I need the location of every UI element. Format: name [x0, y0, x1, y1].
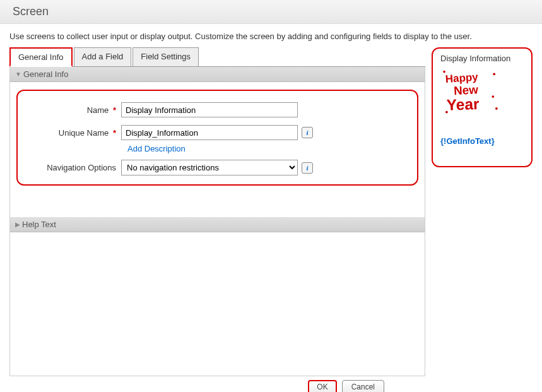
ok-button[interactable]: OK: [308, 380, 336, 392]
nav-options-select[interactable]: No navigation restrictions: [121, 160, 298, 175]
nav-options-label: Navigation Options: [27, 163, 121, 172]
preview-title: Display Information: [440, 54, 524, 63]
help-text-section: ▶ Help Text: [10, 217, 425, 232]
svg-point-7: [495, 107, 498, 110]
name-input[interactable]: [121, 102, 298, 117]
general-info-field-group: Name * Unique Name * i Add Description: [16, 90, 418, 186]
name-label: Name *: [27, 105, 121, 115]
name-field-row: Name *: [27, 102, 408, 117]
cancel-button[interactable]: Cancel: [342, 380, 384, 392]
page-header: Screen: [0, 0, 542, 24]
preview-placeholder-text: {!GetInfoText}: [440, 136, 524, 146]
section-general-info-label: General Info: [23, 69, 69, 79]
unique-name-input[interactable]: [121, 125, 298, 140]
tab-add-a-field[interactable]: Add a Field: [74, 47, 132, 66]
preview-image: Happy New Year: [440, 67, 500, 117]
section-help-text-label: Help Text: [22, 220, 56, 229]
required-icon: *: [113, 128, 116, 138]
required-icon: *: [113, 105, 116, 115]
main-area: General Info Add a Field Field Settings …: [0, 47, 542, 376]
section-help-text-header[interactable]: ▶ Help Text: [10, 217, 425, 232]
left-panel: General Info Add a Field Field Settings …: [9, 47, 425, 376]
info-icon[interactable]: i: [302, 127, 313, 138]
page-title: Screen: [13, 5, 529, 18]
page-description: Use screens to collect user input or dis…: [0, 24, 542, 47]
happy-new-year-icon: Happy New Year: [440, 67, 500, 117]
collapse-right-icon: ▶: [15, 221, 20, 228]
svg-point-5: [492, 95, 494, 98]
tab-general-info[interactable]: General Info: [9, 47, 73, 67]
svg-point-3: [443, 71, 445, 73]
info-icon[interactable]: i: [302, 162, 313, 174]
panel-body: ▼ General Info Name * Unique Name: [9, 67, 425, 376]
preview-panel: Display Information Happy New Year {!Get…: [432, 47, 533, 167]
svg-text:Year: Year: [446, 95, 480, 114]
tab-field-settings[interactable]: Field Settings: [133, 47, 199, 66]
section-general-info-header[interactable]: ▼ General Info: [10, 67, 425, 82]
add-description-link[interactable]: Add Description: [127, 144, 408, 153]
unique-name-label: Unique Name *: [27, 128, 121, 138]
tab-bar: General Info Add a Field Field Settings: [9, 47, 425, 67]
unique-name-field-row: Unique Name * i: [27, 125, 408, 140]
nav-options-field-row: Navigation Options No navigation restric…: [27, 160, 408, 175]
svg-point-6: [445, 111, 448, 114]
collapse-down-icon: ▼: [15, 71, 21, 78]
svg-point-4: [493, 73, 495, 75]
footer-buttons: OK Cancel: [0, 376, 542, 392]
